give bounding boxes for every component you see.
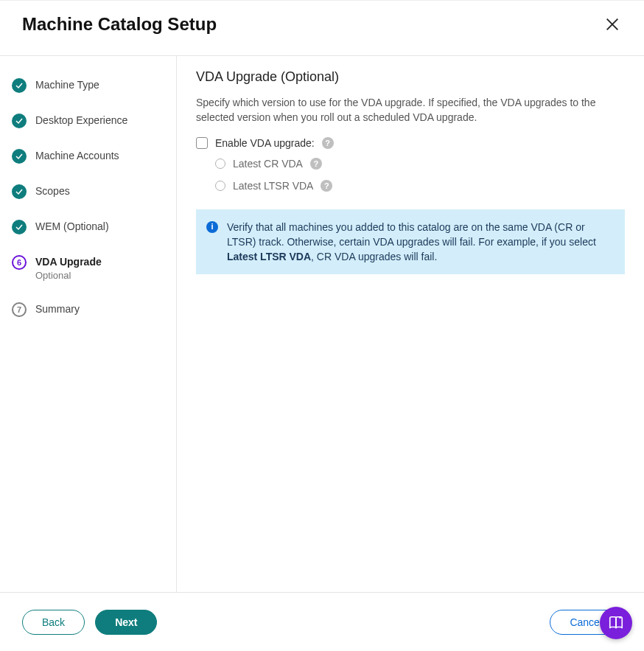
dialog-footer: Back Next Cancel bbox=[0, 592, 644, 651]
check-circle-icon bbox=[12, 114, 27, 128]
enable-vda-upgrade-row: Enable VDA upgrade: ? bbox=[196, 137, 625, 149]
step-label: WEM (Optional) bbox=[35, 220, 109, 234]
enable-vda-upgrade-checkbox[interactable] bbox=[196, 137, 208, 149]
check-circle-icon bbox=[12, 149, 27, 164]
step-machine-accounts[interactable]: Machine Accounts bbox=[12, 145, 164, 180]
page-title: Machine Catalog Setup bbox=[22, 14, 217, 35]
current-step-number-icon: 6 bbox=[12, 255, 27, 270]
radio-latest-cr[interactable] bbox=[215, 159, 225, 169]
step-label: Desktop Experience bbox=[35, 114, 127, 128]
next-button[interactable]: Next bbox=[95, 610, 157, 635]
vda-track-radio-group: Latest CR VDA ? Latest LTSR VDA ? bbox=[215, 158, 625, 192]
step-scopes[interactable]: Scopes bbox=[12, 180, 164, 215]
step-label: VDA Upgrade Optional bbox=[35, 255, 102, 282]
dialog-header: Machine Catalog Setup bbox=[0, 1, 644, 55]
info-text-pre: Verify that all machines you added to th… bbox=[227, 221, 596, 248]
close-icon bbox=[604, 16, 620, 32]
info-callout: i Verify that all machines you added to … bbox=[196, 209, 625, 275]
info-text: Verify that all machines you added to th… bbox=[227, 220, 613, 265]
step-wem-optional[interactable]: WEM (Optional) bbox=[12, 215, 164, 251]
dialog-body: Machine Type Desktop Experience Machine … bbox=[0, 56, 644, 603]
help-icon[interactable]: ? bbox=[310, 158, 322, 170]
info-icon: i bbox=[206, 221, 218, 233]
back-button[interactable]: Back bbox=[22, 610, 85, 635]
help-icon[interactable]: ? bbox=[321, 180, 332, 192]
check-circle-icon bbox=[12, 184, 27, 199]
step-machine-type[interactable]: Machine Type bbox=[12, 74, 164, 109]
check-circle-icon bbox=[12, 220, 27, 234]
help-icon[interactable]: ? bbox=[322, 137, 334, 149]
radio-latest-cr-label: Latest CR VDA bbox=[233, 158, 303, 170]
radio-latest-ltsr-label: Latest LTSR VDA bbox=[233, 180, 313, 192]
enable-vda-upgrade-label: Enable VDA upgrade: bbox=[215, 137, 315, 149]
step-main-label: VDA Upgrade bbox=[35, 255, 102, 269]
help-fab[interactable] bbox=[600, 607, 632, 639]
close-button[interactable] bbox=[603, 15, 622, 34]
radio-latest-ltsr[interactable] bbox=[215, 181, 225, 191]
step-label: Machine Accounts bbox=[35, 149, 119, 163]
content-description: Specify which version to use for the VDA… bbox=[196, 95, 625, 125]
content-heading: VDA Upgrade (Optional) bbox=[196, 69, 625, 85]
radio-latest-cr-row: Latest CR VDA ? bbox=[215, 158, 625, 170]
info-text-post: , CR VDA upgrades will fail. bbox=[311, 251, 437, 262]
content-panel: VDA Upgrade (Optional) Specify which ver… bbox=[177, 56, 644, 603]
step-label: Summary bbox=[35, 302, 80, 316]
wizard-steps: Machine Type Desktop Experience Machine … bbox=[0, 56, 177, 603]
step-desktop-experience[interactable]: Desktop Experience bbox=[12, 109, 164, 145]
step-label: Machine Type bbox=[35, 78, 99, 92]
step-vda-upgrade[interactable]: 6 VDA Upgrade Optional bbox=[12, 251, 164, 298]
step-label: Scopes bbox=[35, 184, 70, 198]
upcoming-step-number-icon: 7 bbox=[12, 302, 27, 317]
footer-left-group: Back Next bbox=[22, 610, 157, 635]
step-summary[interactable]: 7 Summary bbox=[12, 298, 164, 321]
step-sub-label: Optional bbox=[35, 269, 102, 282]
guide-icon bbox=[608, 615, 624, 631]
info-text-bold: Latest LTSR VDA bbox=[227, 251, 311, 262]
radio-latest-ltsr-row: Latest LTSR VDA ? bbox=[215, 180, 625, 192]
check-circle-icon bbox=[12, 78, 27, 93]
